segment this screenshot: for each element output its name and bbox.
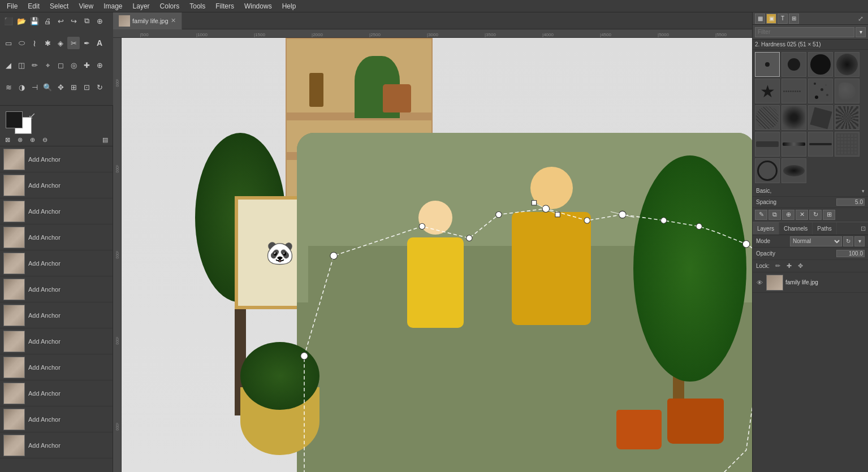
brush-action-more[interactable]: ⊞	[823, 210, 835, 220]
menu-layer[interactable]: Layer	[128, 1, 154, 11]
list-item[interactable]: Add Anchor	[0, 354, 113, 380]
tool-dodge[interactable]: ◑	[15, 81, 28, 94]
tool-gradient[interactable]: ◫	[15, 59, 28, 72]
brush-item-texture4[interactable]	[835, 105, 860, 130]
layers-panel-collapse-btn[interactable]: ⊡	[858, 224, 868, 233]
tool-zoom[interactable]: 🔍	[41, 81, 54, 94]
tool-scissors[interactable]: ✂	[67, 37, 80, 49]
menu-select[interactable]: Select	[45, 1, 73, 11]
tool-option-3[interactable]: ⊕	[27, 135, 37, 145]
view-btn-grid[interactable]: ▦	[755, 14, 765, 24]
tool-open[interactable]: 📂	[15, 15, 28, 27]
menu-edit[interactable]: Edit	[23, 1, 44, 11]
tool-copy[interactable]: ⧉	[80, 15, 93, 27]
list-item[interactable]: Add Anchor	[0, 328, 113, 354]
menu-view[interactable]: View	[74, 1, 98, 11]
menu-help[interactable]: Help	[278, 1, 301, 11]
foreground-color[interactable]	[6, 111, 23, 128]
tool-new[interactable]: ⬛	[2, 15, 15, 27]
mode-btn-chain[interactable]: ▾	[854, 236, 865, 246]
tool-heal[interactable]: ✚	[80, 59, 93, 72]
brush-item-hard-md[interactable]	[781, 52, 806, 77]
brush-item-star[interactable]: ★	[755, 79, 780, 103]
view-btn-text[interactable]: T	[778, 14, 788, 24]
brush-item-circle-outline[interactable]	[755, 158, 780, 183]
brush-item-hash[interactable]	[835, 132, 860, 157]
brush-item-hard-sm[interactable]	[755, 52, 780, 77]
list-item[interactable]: Add Anchor	[0, 146, 113, 172]
brush-item-scatter[interactable]	[808, 79, 833, 103]
tab-close-button[interactable]: ✕	[171, 17, 176, 24]
tool-measure[interactable]: ⊣	[28, 81, 41, 94]
tab-paths[interactable]: Paths	[813, 222, 837, 235]
tool-align[interactable]: ⊞	[67, 81, 80, 94]
brush-item-hard-lg[interactable]	[808, 52, 833, 77]
tool-print[interactable]: 🖨	[41, 15, 54, 27]
opacity-value-input[interactable]	[836, 250, 865, 257]
tool-color-select[interactable]: ◈	[54, 37, 67, 49]
list-item[interactable]: Add Anchor	[0, 406, 113, 432]
tool-undo[interactable]: ↩	[54, 15, 67, 27]
brush-item-splat[interactable]	[835, 79, 860, 103]
tool-path[interactable]: ✒	[80, 37, 93, 49]
tool-ellipse-select[interactable]: ⬭	[15, 37, 28, 49]
canvas-viewport[interactable]: 🐼	[122, 38, 752, 472]
tool-redo[interactable]: ↪	[67, 15, 80, 27]
tool-move[interactable]: ✥	[54, 81, 67, 94]
tool-pencil[interactable]: ✏	[28, 59, 41, 72]
tool-fuzzy-select[interactable]: ✱	[41, 37, 54, 49]
brush-item-soft-oval[interactable]	[781, 158, 806, 183]
tool-option-2[interactable]: ⊗	[15, 135, 25, 145]
list-item[interactable]: Add Anchor	[0, 198, 113, 224]
tool-option-collapse[interactable]: ▤	[100, 135, 110, 145]
tool-free-select[interactable]: ≀	[28, 37, 41, 49]
tool-option-4[interactable]: ⊖	[40, 135, 50, 145]
menu-colors[interactable]: Colors	[156, 1, 184, 11]
view-btn-gold[interactable]: ▣	[766, 14, 776, 24]
tab-layers[interactable]: Layers	[753, 222, 779, 235]
list-item[interactable]: Add Anchor	[0, 172, 113, 198]
brush-action-delete[interactable]: ✕	[796, 210, 808, 220]
menu-file[interactable]: File	[2, 1, 22, 11]
brush-item-cross[interactable]	[781, 79, 806, 103]
brush-action-paste[interactable]: ⊕	[782, 210, 794, 220]
list-item[interactable]: Add Anchor	[0, 432, 113, 458]
tool-clone[interactable]: ⊕	[93, 59, 106, 72]
list-item[interactable]: Add Anchor	[0, 380, 113, 406]
brush-category-row[interactable]: Basic, ▾	[753, 185, 868, 197]
brush-action-copy[interactable]: ⧉	[768, 210, 781, 220]
layer-row[interactable]: 👁 family life.jpg	[753, 272, 868, 293]
image-tab[interactable]: family life.jpg ✕	[113, 12, 182, 29]
tool-save[interactable]: 💾	[28, 15, 41, 27]
list-item[interactable]: Add Anchor	[0, 250, 113, 276]
menu-windows[interactable]: Windows	[240, 1, 277, 11]
tool-paste[interactable]: ⊕	[93, 15, 106, 27]
tool-rect-select[interactable]: ▭	[2, 37, 15, 49]
lock-pixels-btn[interactable]: ✏	[773, 262, 782, 271]
list-item[interactable]: Add Anchor	[0, 302, 113, 328]
menu-tools[interactable]: Tools	[185, 1, 210, 11]
brush-item-texture2[interactable]	[781, 105, 806, 130]
lock-position-btn[interactable]: ✥	[796, 262, 805, 271]
menu-filters[interactable]: Filters	[211, 1, 239, 11]
tool-text[interactable]: A	[93, 37, 106, 49]
list-item[interactable]: Add Anchor	[0, 276, 113, 302]
tool-smudge[interactable]: ≋	[2, 81, 15, 94]
filter-dropdown-btn[interactable]: ▾	[856, 27, 866, 37]
mode-btn-lock[interactable]: ↻	[843, 236, 853, 246]
tab-channels[interactable]: Channels	[779, 222, 813, 235]
list-item[interactable]: Add Anchor	[0, 224, 113, 250]
brush-item-line3[interactable]	[808, 132, 833, 157]
tool-bucket[interactable]: ◢	[2, 59, 15, 72]
brush-action-edit[interactable]: ✎	[755, 210, 767, 220]
brush-filter-input[interactable]	[755, 27, 854, 37]
lock-alpha-btn[interactable]: ✚	[784, 262, 793, 271]
brush-item-soft-lg[interactable]	[835, 52, 860, 77]
brush-item-line1[interactable]	[755, 132, 780, 157]
brush-item-texture1[interactable]	[755, 105, 780, 130]
layer-visibility-btn[interactable]: 👁	[755, 278, 764, 287]
menu-image[interactable]: Image	[99, 1, 127, 11]
brush-item-line2[interactable]	[781, 132, 806, 157]
tool-crop[interactable]: ⊡	[80, 81, 93, 94]
mode-select[interactable]: Normal Multiply Screen Overlay	[790, 236, 842, 246]
